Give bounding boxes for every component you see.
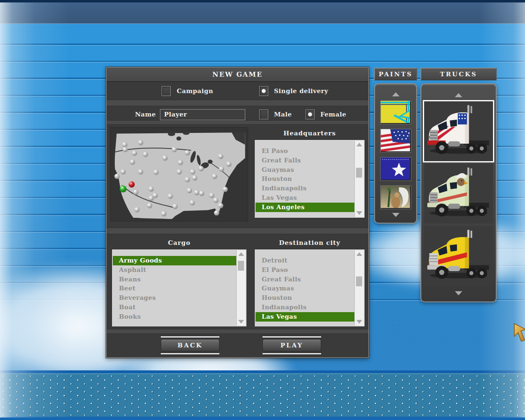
paint-swatch-american-flag[interactable] [380, 129, 411, 153]
city-dot [218, 203, 224, 208]
city-dot [199, 191, 204, 196]
trucks-scroll-up-icon[interactable] [455, 93, 462, 97]
city-dot [138, 140, 143, 145]
dialog-title: NEW GAME [212, 71, 262, 78]
list-item[interactable]: Las Vegas [256, 312, 354, 322]
headquarters-header: Headquarters [254, 130, 365, 138]
button-line [161, 353, 219, 354]
city-dot [153, 193, 158, 198]
city-dot [147, 203, 152, 208]
city-dot [123, 147, 128, 152]
row-divider [107, 329, 368, 334]
city-dot [177, 169, 182, 175]
destination-items: DetroitEl PasoGreat FallsGuaymasHoustonI… [256, 250, 354, 326]
destination-city-dot [129, 181, 135, 187]
trucks-panel [420, 83, 497, 302]
truck-item-yellow-classic-truck[interactable] [424, 226, 493, 286]
city-dot [153, 170, 159, 175]
list-item[interactable]: Indianapolis [256, 303, 354, 312]
bottom-dotted-panel [0, 373, 525, 417]
paints-panel [374, 83, 417, 224]
destination-scrollbar[interactable] [354, 250, 364, 326]
paint-swatch-angel-statue[interactable] [380, 185, 411, 209]
city-dot [143, 152, 148, 157]
list-item[interactable]: Beet [113, 284, 236, 293]
scroll-up-icon[interactable] [356, 252, 362, 256]
headquarters-list[interactable]: El PasoGreat FallsGuaymasHoustonIndianap… [254, 139, 365, 218]
cargo-header: Cargo [112, 239, 247, 247]
campaign-label: Campaign [177, 87, 213, 95]
list-item[interactable]: Houston [256, 174, 354, 184]
row-divider [107, 120, 368, 125]
scroll-down-icon[interactable] [356, 320, 362, 324]
city-dot [226, 162, 231, 167]
city-dot [114, 174, 120, 179]
city-dot [178, 160, 183, 165]
city-dot [187, 188, 192, 193]
list-item[interactable]: Great Falls [256, 156, 354, 165]
list-item[interactable]: El Paso [256, 265, 354, 275]
list-item[interactable]: Army Goods [113, 256, 236, 265]
name-input[interactable]: Player [160, 109, 245, 120]
us-map-graphic [110, 128, 248, 221]
play-button[interactable]: PLAY [262, 336, 321, 354]
headquarters-scrollbar[interactable] [354, 141, 364, 217]
city-dot [138, 169, 143, 175]
female-label: Female [320, 111, 346, 118]
us-map [110, 127, 248, 221]
list-item[interactable]: Houston [256, 293, 354, 303]
city-dot [213, 198, 219, 203]
list-item[interactable]: Beans [113, 275, 236, 284]
cargo-scrollbar[interactable] [236, 250, 246, 326]
button-line [262, 336, 321, 338]
scroll-down-icon[interactable] [238, 320, 244, 324]
list-item[interactable]: Indianapolis [256, 184, 354, 193]
city-dot [192, 175, 197, 180]
list-item[interactable]: El Paso [256, 146, 354, 156]
city-dot [209, 193, 215, 198]
dialog-title-bar: NEW GAME [107, 68, 368, 82]
cargo-list[interactable]: Army GoodsAsphaltBeansBeetBeveragesBoatB… [112, 249, 247, 327]
scroll-up-icon[interactable] [238, 252, 244, 256]
divider-line [0, 370, 525, 373]
scroll-thumb[interactable] [356, 168, 362, 178]
list-item[interactable]: Guaymas [256, 165, 354, 175]
play-button-label: PLAY [281, 342, 303, 349]
campaign-checkbox[interactable] [162, 86, 171, 96]
city-dot [168, 194, 173, 199]
scroll-down-icon[interactable] [356, 211, 362, 215]
check-dot-icon [308, 112, 312, 116]
list-item[interactable]: Guaymas [256, 284, 354, 293]
paint-swatch-navy-white-star[interactable] [380, 157, 411, 181]
paint-swatch-yellow-teal-stripes[interactable] [380, 100, 411, 124]
back-button-label: BACK [178, 342, 203, 349]
paints-scroll-down-icon[interactable] [392, 213, 399, 217]
trucks-title: TRUCKS [440, 71, 477, 78]
list-item[interactable]: Asphalt [113, 265, 236, 275]
city-dot [172, 147, 177, 152]
truck-item-american-flag-truck[interactable] [424, 101, 493, 161]
button-line [262, 353, 321, 354]
trucks-scroll-down-icon[interactable] [455, 291, 462, 295]
female-checkbox[interactable] [306, 110, 315, 119]
city-dot [214, 210, 219, 216]
city-dot [185, 177, 190, 182]
scroll-up-icon[interactable] [356, 143, 362, 146]
city-dot [148, 186, 154, 192]
paints-scroll-up-icon[interactable] [392, 92, 399, 96]
truck-item-pale-green-eagle-truck[interactable] [424, 164, 493, 224]
list-item[interactable]: Las Vegas [256, 193, 354, 203]
scroll-thumb[interactable] [238, 261, 244, 271]
scroll-thumb[interactable] [356, 276, 362, 286]
list-item[interactable]: Los Angeles [256, 203, 354, 212]
list-item[interactable]: Books [113, 312, 236, 322]
single-delivery-checkbox[interactable] [259, 86, 268, 96]
male-checkbox[interactable] [259, 110, 268, 119]
city-dot [161, 211, 167, 217]
list-item[interactable]: Great Falls [256, 275, 354, 284]
list-item[interactable]: Beverages [113, 293, 236, 303]
list-item[interactable]: Boat [113, 303, 236, 312]
back-button[interactable]: BACK [161, 336, 219, 354]
destination-list[interactable]: DetroitEl PasoGreat FallsGuaymasHoustonI… [254, 249, 365, 327]
list-item[interactable]: Detroit [256, 256, 354, 265]
